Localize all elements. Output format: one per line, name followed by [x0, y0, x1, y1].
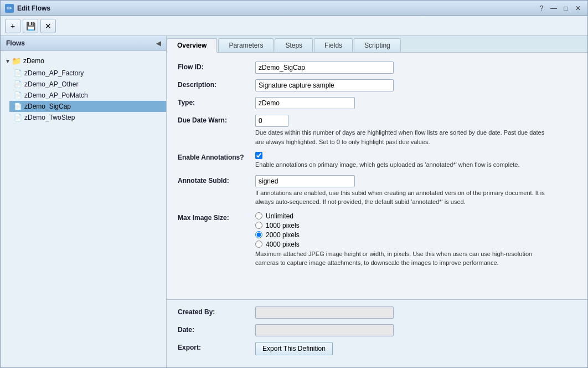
due-date-warn-hint: Due dates within this number of days are…: [255, 128, 554, 146]
type-row: Type:: [178, 97, 576, 109]
max-image-size-radio-group: Unlimited 1000 pixels 2000 pixels: [255, 212, 576, 248]
file-icon-2: 📄: [14, 91, 22, 99]
add-button[interactable]: +: [5, 19, 20, 33]
export-row: Export: Export This Definition: [178, 342, 576, 355]
close-button[interactable]: ✕: [573, 3, 583, 13]
tree-item-label-2: zDemo_AP_PoMatch: [24, 91, 88, 99]
max-image-size-value: Unlimited 1000 pixels 2000 pixels: [255, 212, 576, 268]
flow-id-row: Flow ID:: [178, 62, 576, 74]
tab-overview[interactable]: Overview: [167, 38, 217, 53]
save-button[interactable]: 💾: [23, 19, 38, 33]
title-bar: ✏ Edit Flows ? — □ ✕: [1, 1, 587, 16]
maximize-button[interactable]: □: [561, 3, 571, 13]
file-icon-4: 📄: [14, 114, 22, 121]
bottom-section: Created By: Date: Export: Expor: [167, 299, 587, 367]
created-by-value: [255, 306, 576, 319]
due-date-warn-row: Due Date Warn: Due dates within this num…: [178, 115, 576, 146]
tree-collapse-icon: ▼: [5, 58, 11, 64]
tree-root[interactable]: ▼ 📁 zDemo: [1, 54, 166, 68]
window-title: Edit Flows: [17, 4, 50, 12]
file-icon-0: 📄: [14, 69, 22, 77]
radio-unlimited-label: Unlimited: [266, 212, 293, 220]
window-icon: ✏: [5, 4, 14, 13]
max-image-size-row: Max Image Size: Unlimited 1000 pixels: [178, 212, 576, 268]
radio-1000-label: 1000 pixels: [266, 222, 300, 229]
type-label: Type:: [178, 97, 255, 106]
description-value: [255, 79, 576, 91]
date-input: [255, 324, 394, 336]
main-window: ✏ Edit Flows ? — □ ✕ + 💾 ✕ Flows ◀ ▼: [0, 0, 588, 368]
annotate-subid-label: Annotate SubId:: [178, 175, 255, 185]
flow-id-label: Flow ID:: [178, 62, 255, 71]
title-bar-controls: ? — □ ✕: [537, 3, 583, 13]
annotate-subid-row: Annotate SubId: If annotations are enabl…: [178, 175, 576, 207]
tree-item-0[interactable]: 📄 zDemo_AP_Factory: [9, 68, 166, 79]
tree-item-label-4: zDemo_TwoStep: [24, 114, 75, 121]
radio-2000-label: 2000 pixels: [266, 231, 300, 239]
annotate-subid-hint: If annotations are enabled, use this sub…: [255, 188, 554, 207]
tree-item-4[interactable]: 📄 zDemo_TwoStep: [9, 112, 166, 123]
title-bar-left: ✏ Edit Flows: [5, 4, 50, 13]
max-image-size-label: Max Image Size:: [178, 212, 255, 222]
created-by-label: Created By:: [178, 306, 255, 316]
tab-scripting[interactable]: Scripting: [354, 38, 401, 52]
radio-2000-input[interactable]: [255, 231, 262, 238]
due-date-warn-input[interactable]: [255, 115, 288, 127]
due-date-warn-value: Due dates within this number of days are…: [255, 115, 576, 146]
file-icon-3: 📄: [14, 103, 22, 110]
sidebar-content: ▼ 📁 zDemo 📄 zDemo_AP_Factory 📄 zDemo_AP_…: [1, 51, 166, 367]
tab-fields[interactable]: Fields: [314, 38, 353, 52]
radio-2000: 2000 pixels: [255, 231, 576, 239]
type-value: [255, 97, 576, 109]
radio-unlimited: Unlimited: [255, 212, 576, 220]
tab-parameters[interactable]: Parameters: [218, 38, 274, 52]
tab-steps[interactable]: Steps: [275, 38, 313, 52]
tree-item-2[interactable]: 📄 zDemo_AP_PoMatch: [9, 90, 166, 101]
tree-item-3[interactable]: 📄 zDemo_SigCap: [9, 101, 166, 112]
radio-1000-input[interactable]: [255, 222, 262, 229]
due-date-warn-label: Due Date Warn:: [178, 115, 255, 124]
minimize-button[interactable]: —: [549, 3, 559, 13]
enable-annotations-checkbox[interactable]: [255, 152, 262, 159]
enable-annotations-hint: Enable annotations on primary image, whi…: [255, 160, 554, 170]
tree-item-1[interactable]: 📄 zDemo_AP_Other: [9, 79, 166, 90]
export-label: Export:: [178, 342, 255, 351]
close-toolbar-button[interactable]: ✕: [40, 19, 56, 33]
created-by-input: [255, 306, 394, 319]
enable-annotations-value: Enable annotations on primary image, whi…: [255, 152, 576, 170]
tree-children: 📄 zDemo_AP_Factory 📄 zDemo_AP_Other 📄 zD…: [1, 68, 166, 123]
date-row: Date:: [178, 324, 576, 336]
flow-id-value: [255, 62, 576, 74]
toolbar: + 💾 ✕: [1, 16, 587, 36]
flow-id-input[interactable]: [255, 62, 394, 74]
help-button[interactable]: ?: [537, 3, 546, 13]
annotate-subid-input[interactable]: [255, 175, 355, 187]
max-image-size-hint: Maximum attached JPEG image height or wi…: [255, 249, 554, 268]
sidebar-header: Flows ◀: [1, 36, 166, 51]
description-input[interactable]: [255, 79, 394, 91]
folder-icon: 📁: [12, 57, 21, 65]
tree-item-label-0: zDemo_AP_Factory: [24, 69, 84, 77]
radio-4000-input[interactable]: [255, 241, 262, 248]
type-input[interactable]: [255, 97, 355, 109]
date-label: Date:: [178, 324, 255, 334]
form-area: Flow ID: Description: Type:: [167, 53, 587, 299]
annotate-subid-value: If annotations are enabled, use this sub…: [255, 175, 576, 207]
tree-item-label-3: zDemo_SigCap: [24, 103, 71, 110]
sidebar: Flows ◀ ▼ 📁 zDemo 📄 zDemo_AP_Factory: [1, 36, 167, 367]
enable-annotations-label: Enable Annotations?: [178, 152, 255, 161]
radio-4000-label: 4000 pixels: [266, 241, 300, 248]
content-panel: Overview Parameters Steps Fields Scripti…: [167, 36, 587, 367]
export-button[interactable]: Export This Definition: [255, 342, 333, 355]
enable-annotations-checkbox-area: [255, 152, 576, 159]
tree-root-label: zDemo: [23, 57, 44, 65]
enable-annotations-row: Enable Annotations? Enable annotations o…: [178, 152, 576, 170]
radio-1000: 1000 pixels: [255, 222, 576, 229]
tabs: Overview Parameters Steps Fields Scripti…: [167, 36, 587, 53]
description-label: Description:: [178, 79, 255, 89]
description-row: Description:: [178, 79, 576, 91]
radio-unlimited-input[interactable]: [255, 212, 262, 219]
collapse-sidebar-button[interactable]: ◀: [156, 40, 161, 47]
file-icon-1: 📄: [14, 80, 22, 88]
tree-root-group: ▼ 📁 zDemo 📄 zDemo_AP_Factory 📄 zDemo_AP_…: [1, 53, 166, 124]
